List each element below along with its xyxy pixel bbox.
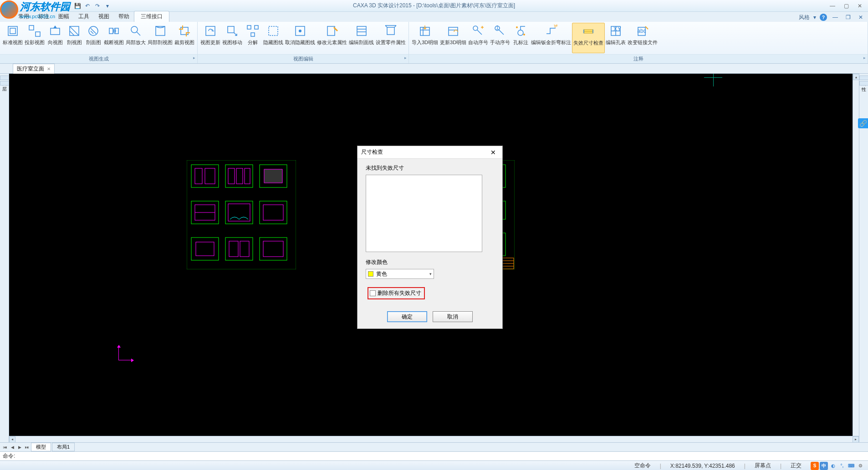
unhide-lines-button[interactable]: 取消隐藏图线 bbox=[284, 23, 316, 53]
left-panel-tab-1[interactable]: 图 bbox=[0, 76, 9, 80]
document-tab-close-icon[interactable]: ✕ bbox=[47, 66, 51, 71]
view-update-button[interactable]: 视图更新 bbox=[199, 23, 221, 53]
set-part-attr-button[interactable]: 设置零件属性 bbox=[375, 23, 407, 53]
window-close-button[interactable]: ✕ bbox=[853, 1, 866, 10]
tab-nav-next-icon[interactable]: ▶ bbox=[16, 444, 23, 451]
edit-element-attr-button[interactable]: 修改元素属性 bbox=[316, 23, 348, 53]
scroll-left-icon[interactable]: ◂ bbox=[9, 436, 15, 443]
view-move-button[interactable]: 视图移动 bbox=[221, 23, 243, 53]
vertical-scrollbar[interactable]: ▴ bbox=[853, 74, 859, 436]
svg-rect-50 bbox=[225, 201, 253, 224]
ime-sogou-icon[interactable]: S bbox=[811, 462, 819, 470]
mdi-close-icon[interactable]: ✕ bbox=[856, 13, 865, 22]
tab-nav-first-icon[interactable]: ⏮ bbox=[2, 444, 8, 451]
import-3d-bom-button[interactable]: 导入3D明细 bbox=[411, 23, 439, 53]
hide-lines-button[interactable]: 隐藏图线 bbox=[262, 23, 284, 53]
edit-sheetmetal-button[interactable]: 90°编辑钣金折弯标注 bbox=[530, 23, 572, 53]
horizontal-scrollbar[interactable]: ◂ ▸ bbox=[9, 436, 859, 442]
command-line[interactable]: 命令: bbox=[0, 451, 868, 460]
right-panel-tab-2[interactable]: 性 bbox=[859, 81, 868, 86]
qat-dropdown-icon[interactable]: ▾ bbox=[103, 1, 112, 10]
dialog-close-button[interactable]: ✕ bbox=[488, 148, 499, 157]
svg-rect-11 bbox=[181, 27, 188, 35]
side-float-link-icon[interactable]: 🔗 bbox=[858, 118, 868, 128]
svg-rect-39 bbox=[195, 168, 202, 184]
document-tab-title: 医疗室立面 bbox=[17, 65, 44, 73]
qat-save-icon[interactable]: 💾 bbox=[73, 1, 82, 10]
menu-3d-interface[interactable]: 三维接口 bbox=[134, 11, 169, 22]
tab-layout1[interactable]: 布局1 bbox=[52, 443, 75, 451]
status-ortho[interactable]: 正交 bbox=[791, 462, 802, 470]
standard-view-button[interactable]: 标准视图 bbox=[2, 23, 24, 53]
svg-rect-55 bbox=[196, 242, 214, 256]
ime-punct-icon[interactable]: °, bbox=[838, 462, 846, 470]
menu-tools[interactable]: 工具 bbox=[74, 11, 94, 22]
style-dropdown-icon[interactable]: ▾ bbox=[813, 14, 816, 20]
local-section-button[interactable]: 局部剖视图 bbox=[147, 23, 174, 53]
help-icon[interactable]: ? bbox=[820, 14, 827, 21]
dialog-ok-button[interactable]: 确定 bbox=[387, 311, 427, 322]
section-drawing-button[interactable]: 剖面图 bbox=[84, 23, 103, 53]
menu-sheet[interactable]: 图幅 bbox=[54, 11, 74, 22]
tab-nav-last-icon[interactable]: ⏭ bbox=[24, 444, 30, 451]
dialog-titlebar[interactable]: 尺寸检查 ✕ bbox=[357, 146, 502, 159]
qat-undo-icon[interactable]: ↶ bbox=[83, 1, 92, 10]
svg-rect-57 bbox=[229, 241, 238, 257]
direction-view-button[interactable]: 向视图 bbox=[46, 23, 65, 53]
explode-button[interactable]: 分解 bbox=[243, 23, 262, 53]
titlebar: 💾 ↶ ↷ ▾ CAXA 3D 实体设计2015 - [D:\tools\桌面\… bbox=[0, 0, 868, 12]
scroll-right-icon[interactable]: ▸ bbox=[853, 436, 859, 443]
auto-number-button[interactable]: 自动序号 bbox=[467, 23, 489, 53]
ime-halfwidth-icon[interactable]: ◐ bbox=[829, 462, 837, 470]
invalid-dim-check-button[interactable]: 失效尺寸检查 bbox=[572, 23, 605, 53]
ribbon-group-annotation: 导入3D明细 更新3D明细 自动序号 1手动序号 孔标注 90°编辑钣金折弯标注… bbox=[409, 22, 868, 63]
ime-keyboard-icon[interactable]: ⌨ bbox=[847, 462, 855, 470]
ribbon-group-view-gen: 标准视图 投影视图 向视图 剖视图 剖面图 截断视图 局部放大 局部剖视图 裁剪… bbox=[0, 22, 198, 63]
menu-common[interactable]: 常用 bbox=[14, 11, 34, 22]
menu-annotate[interactable]: 标注 bbox=[34, 11, 54, 22]
ribbon-group-label-3: 注释 bbox=[409, 54, 868, 63]
edit-section-line-button[interactable]: 编辑剖面线 bbox=[348, 23, 375, 53]
mdi-minimize-icon[interactable]: — bbox=[831, 13, 840, 22]
local-enlarge-button[interactable]: 局部放大 bbox=[125, 23, 147, 53]
ime-settings-icon[interactable]: ⚙ bbox=[856, 462, 864, 470]
ime-chinese-icon[interactable]: 中 bbox=[820, 462, 828, 470]
dialog-cancel-button[interactable]: 取消 bbox=[433, 311, 473, 322]
status-screen-point[interactable]: 屏幕点 bbox=[755, 462, 771, 470]
left-panel: 图 层 bbox=[0, 74, 9, 442]
scroll-up-icon[interactable]: ▴ bbox=[853, 74, 859, 80]
ime-tray: S 中 ◐ °, ⌨ ⚙ bbox=[811, 462, 864, 470]
color-dropdown[interactable]: 黄色 ▾ bbox=[366, 269, 434, 279]
change-link-file-button[interactable]: abc改变链接文件 bbox=[627, 23, 659, 53]
document-tab[interactable]: 医疗室立面 ✕ bbox=[13, 64, 55, 74]
svg-rect-14 bbox=[247, 25, 251, 29]
projection-view-button[interactable]: 投影视图 bbox=[24, 23, 46, 53]
dialog-result-listbox[interactable] bbox=[366, 175, 482, 252]
update-3d-bom-button[interactable]: 更新3D明细 bbox=[439, 23, 467, 53]
qat-redo-icon[interactable]: ↷ bbox=[93, 1, 102, 10]
broken-view-button[interactable]: 截断视图 bbox=[103, 23, 125, 53]
window-maximize-button[interactable]: ▢ bbox=[840, 1, 853, 10]
hole-callout-button[interactable]: 孔标注 bbox=[511, 23, 530, 53]
delete-all-checkbox-row[interactable]: 删除所有失效尺寸 bbox=[368, 287, 425, 299]
dialog-title-text: 尺寸检查 bbox=[361, 148, 383, 156]
window-minimize-button[interactable]: — bbox=[826, 1, 839, 10]
tab-model[interactable]: 模型 bbox=[31, 443, 51, 451]
delete-all-checkbox[interactable] bbox=[370, 290, 376, 296]
svg-rect-54 bbox=[191, 238, 219, 260]
svg-rect-40 bbox=[205, 168, 215, 184]
menu-view[interactable]: 视图 bbox=[94, 11, 114, 22]
svg-text:abc: abc bbox=[637, 28, 646, 34]
crop-view-button[interactable]: 裁剪视图 bbox=[174, 23, 195, 53]
app-title: CAXA 3D 实体设计2015 - [D:\tools\桌面\图片素材\河东\… bbox=[353, 2, 515, 10]
tab-nav-prev-icon[interactable]: ◀ bbox=[9, 444, 15, 451]
section-view-button[interactable]: 剖视图 bbox=[65, 23, 84, 53]
menu-help[interactable]: 帮助 bbox=[114, 11, 134, 22]
document-tabs: 医疗室立面 ✕ bbox=[0, 64, 868, 74]
right-panel-tab-1[interactable]: 属 bbox=[859, 76, 868, 80]
edit-hole-table-button[interactable]: XY编辑孔表 bbox=[605, 23, 627, 53]
mdi-restore-icon[interactable]: ❐ bbox=[843, 13, 853, 22]
manual-number-button[interactable]: 1手动序号 bbox=[489, 23, 511, 53]
ribbon-group-view-edit: 视图更新 视图移动 分解 隐藏图线 取消隐藏图线 修改元素属性 编辑剖面线 设置… bbox=[198, 22, 409, 63]
left-panel-tab-2[interactable]: 层 bbox=[0, 81, 9, 86]
